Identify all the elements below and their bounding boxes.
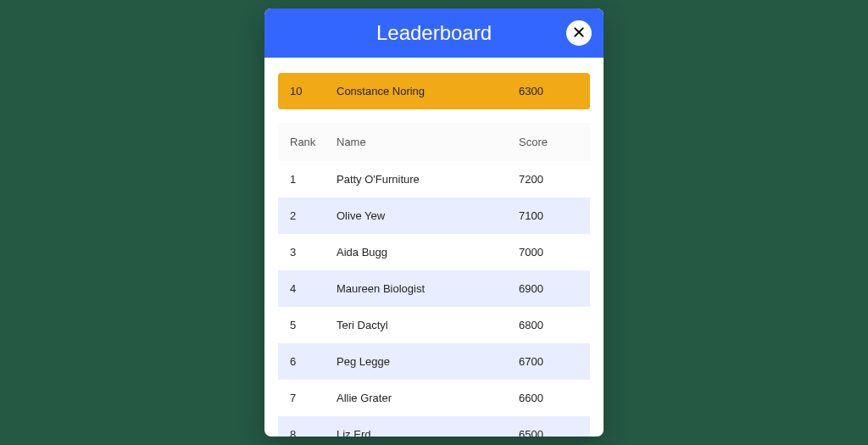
cell-name: Teri Dactyl [337, 319, 519, 331]
leaderboard-scroll[interactable]: 10 Constance Noring 6300 Rank Name Score… [264, 58, 604, 437]
cell-score: 6500 [519, 428, 578, 437]
modal-title: Leaderboard [376, 21, 492, 45]
cell-score: 6800 [519, 319, 578, 331]
table-row: 6Peg Legge6700 [278, 343, 590, 380]
cell-score: 6600 [519, 392, 578, 404]
cell-score: 6700 [519, 355, 578, 368]
highlighted-name: Constance Noring [337, 85, 519, 97]
table-row: 5Teri Dactyl6800 [278, 307, 590, 343]
leaderboard-modal: Leaderboard 10 Constance Noring 6300 Ran… [264, 8, 604, 437]
cell-rank: 8 [290, 428, 337, 437]
cell-rank: 7 [290, 392, 337, 404]
table-row: 2Olive Yew7100 [278, 197, 590, 234]
cell-score: 6900 [519, 282, 578, 295]
highlighted-row: 10 Constance Noring 6300 [278, 73, 590, 109]
cell-score: 7100 [519, 209, 578, 222]
cell-score: 7200 [519, 173, 578, 186]
cell-score: 7000 [519, 246, 578, 259]
table-row: 1Patty O'Furniture7200 [278, 161, 590, 197]
cell-name: Patty O'Furniture [337, 173, 519, 186]
cell-rank: 1 [290, 173, 337, 186]
table-row: 3Aida Bugg7000 [278, 234, 590, 270]
col-header-rank: Rank [290, 136, 337, 148]
table-row: 7Allie Grater6600 [278, 380, 590, 416]
cell-rank: 3 [290, 246, 337, 259]
cell-rank: 5 [290, 319, 337, 331]
table-row: 8Liz Erd6500 [278, 416, 590, 437]
highlighted-rank: 10 [290, 85, 337, 97]
table-body: 1Patty O'Furniture72002Olive Yew71003Aid… [278, 161, 590, 437]
table-header: Rank Name Score [278, 123, 590, 161]
col-header-score: Score [519, 136, 578, 148]
cell-name: Olive Yew [337, 209, 519, 222]
cell-name: Peg Legge [337, 355, 519, 368]
modal-header: Leaderboard [264, 8, 604, 58]
cell-name: Liz Erd [337, 428, 519, 437]
close-icon [572, 25, 586, 42]
cell-rank: 6 [290, 355, 337, 368]
col-header-name: Name [337, 136, 519, 148]
table-row: 4Maureen Biologist6900 [278, 270, 590, 307]
cell-rank: 4 [290, 282, 337, 295]
close-button[interactable] [566, 20, 592, 46]
cell-rank: 2 [290, 209, 337, 222]
highlighted-score: 6300 [519, 85, 578, 97]
cell-name: Aida Bugg [337, 246, 519, 259]
cell-name: Maureen Biologist [337, 282, 519, 295]
cell-name: Allie Grater [337, 392, 519, 404]
